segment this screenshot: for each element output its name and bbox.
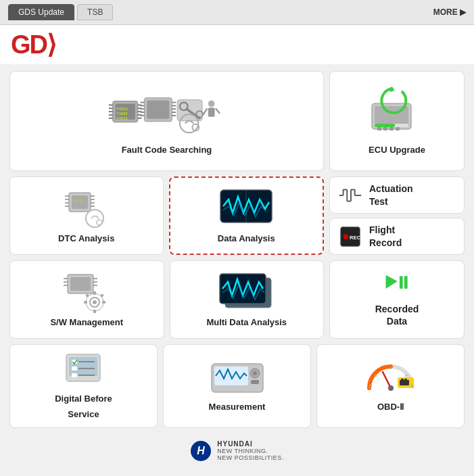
- svg-point-31: [208, 100, 214, 107]
- svg-rect-113: [401, 379, 404, 381]
- obd2-label: OBD-Ⅱ: [377, 402, 404, 413]
- right-col-1: Actuation Test REC Flig: [329, 176, 465, 255]
- actuation-test-label-2: Test: [369, 195, 413, 208]
- header: GD⟩: [0, 25, 474, 64]
- left-two: P3-22: [9, 176, 324, 255]
- flight-record-label-1: Flight: [369, 224, 402, 236]
- svg-rect-95: [404, 276, 408, 289]
- fault-code-card[interactable]: P3026 P3665 R3026: [9, 71, 324, 171]
- svg-rect-92: [220, 274, 266, 304]
- svg-text:P3026: P3026: [116, 107, 127, 111]
- svg-point-110: [388, 385, 394, 391]
- gds-logo: GD⟩: [11, 32, 55, 57]
- svg-rect-112: [400, 380, 409, 385]
- flight-record-label-2: Record: [369, 237, 402, 249]
- svg-text:P3-22: P3-22: [73, 199, 83, 203]
- multi-data-label: Multi Data Analysis: [206, 317, 287, 329]
- recorded-data-label-2: Data: [387, 315, 407, 327]
- data-analysis-card[interactable]: Data Analysis: [169, 176, 325, 255]
- multi-data-card[interactable]: Multi Data Analysis: [170, 260, 325, 339]
- measurement-icon: [209, 358, 266, 398]
- dtc-analysis-label: DTC Analysis: [58, 233, 114, 245]
- svg-rect-87: [84, 301, 87, 304]
- recorded-data-label-1: Recorded: [375, 303, 419, 315]
- digital-before-label-1: Digital Before: [55, 394, 112, 405]
- fault-code-icon: P3026 P3665 R3026: [106, 87, 228, 141]
- svg-point-58: [97, 220, 102, 225]
- row-4: Digital Before Service Measure: [9, 344, 465, 428]
- hyundai-logo-icon: H: [190, 440, 212, 462]
- dtc-icon: P3-22: [62, 187, 111, 229]
- row-3: S/W Management: [9, 260, 465, 339]
- top-bar: GDS Update TSB MORE ▶: [0, 0, 474, 25]
- svg-rect-86: [93, 310, 96, 313]
- svg-rect-42: [396, 127, 400, 130]
- right-col-2: Recorded Data: [329, 260, 465, 339]
- data-analysis-label: Data Analysis: [218, 233, 275, 245]
- footer: H HYUNDAI NEW THINKING. NEW POSSIBILITIE…: [0, 435, 474, 467]
- svg-rect-16: [147, 100, 169, 118]
- svg-rect-41: [389, 127, 394, 130]
- row-1: P3026 P3665 R3026: [9, 71, 465, 171]
- svg-rect-114: [404, 379, 407, 381]
- ecu-upgrade-label: ECU Upgrade: [369, 145, 425, 156]
- svg-line-109: [383, 372, 391, 388]
- recorded-data-icon: [385, 272, 409, 296]
- digital-before-icon: [61, 352, 107, 389]
- svg-text:REC: REC: [350, 234, 361, 240]
- svg-rect-102: [72, 373, 77, 377]
- logo-arrow: ⟩: [47, 30, 55, 59]
- svg-rect-32: [208, 108, 214, 117]
- svg-rect-88: [102, 301, 105, 304]
- left-two-inner-2: S/W Management: [9, 260, 324, 339]
- actuation-test-label-1: Actuation: [369, 183, 413, 195]
- svg-rect-39: [377, 127, 381, 130]
- svg-line-34: [216, 109, 219, 113]
- actuation-icon: [338, 183, 362, 208]
- measurement-card[interactable]: Measurement: [163, 344, 311, 428]
- svg-text:H: H: [197, 445, 205, 456]
- sw-management-card[interactable]: S/W Management: [9, 260, 164, 339]
- multi-data-icon: [216, 271, 278, 313]
- flight-record-card[interactable]: REC Flight Record: [329, 218, 465, 255]
- svg-rect-89: [85, 293, 89, 298]
- svg-text:P3665: P3665: [116, 111, 127, 115]
- digital-before-card[interactable]: Digital Before Service: [9, 344, 158, 428]
- svg-point-107: [253, 371, 257, 375]
- main-grid: P3026 P3665 R3026: [0, 64, 474, 435]
- svg-rect-100: [72, 366, 77, 371]
- ecu-upgrade-card[interactable]: ECU Upgrade: [329, 71, 465, 171]
- svg-text:R3026: R3026: [116, 116, 127, 120]
- ecu-icon: [365, 87, 429, 141]
- tab-tsb[interactable]: TSB: [77, 4, 113, 20]
- svg-rect-90: [100, 293, 104, 298]
- data-analysis-icon: [215, 187, 277, 229]
- left-two-inner: P3-22: [9, 176, 324, 255]
- svg-rect-108: [251, 380, 259, 384]
- svg-line-33: [204, 109, 207, 114]
- svg-rect-75: [70, 277, 91, 291]
- sw-management-icon: [62, 271, 111, 313]
- actuation-test-card[interactable]: Actuation Test: [329, 176, 465, 214]
- tab-group: GDS Update TSB: [8, 4, 113, 20]
- recorded-data-card[interactable]: Recorded Data: [329, 260, 465, 339]
- svg-point-84: [93, 300, 97, 304]
- obd2-card[interactable]: OBD-Ⅱ: [316, 344, 465, 428]
- left-two-2: S/W Management: [9, 260, 324, 339]
- digital-before-label-2: Service: [68, 409, 99, 421]
- more-button[interactable]: MORE ▶: [433, 7, 466, 17]
- svg-point-72: [343, 234, 349, 239]
- svg-rect-85: [93, 291, 96, 295]
- measurement-label: Measurement: [209, 402, 266, 413]
- svg-rect-40: [383, 127, 387, 130]
- dtc-analysis-card[interactable]: P3-22: [9, 176, 164, 255]
- fault-code-label: Fault Code Searching: [122, 145, 212, 156]
- row-2: P3-22: [9, 176, 465, 255]
- tab-gds-update[interactable]: GDS Update: [8, 4, 74, 20]
- sw-management-label: S/W Management: [50, 317, 123, 329]
- svg-rect-44: [375, 124, 395, 127]
- obd2-icon: [362, 358, 419, 398]
- svg-marker-93: [386, 275, 398, 289]
- svg-rect-94: [400, 276, 403, 289]
- flight-record-icon: REC: [338, 224, 362, 249]
